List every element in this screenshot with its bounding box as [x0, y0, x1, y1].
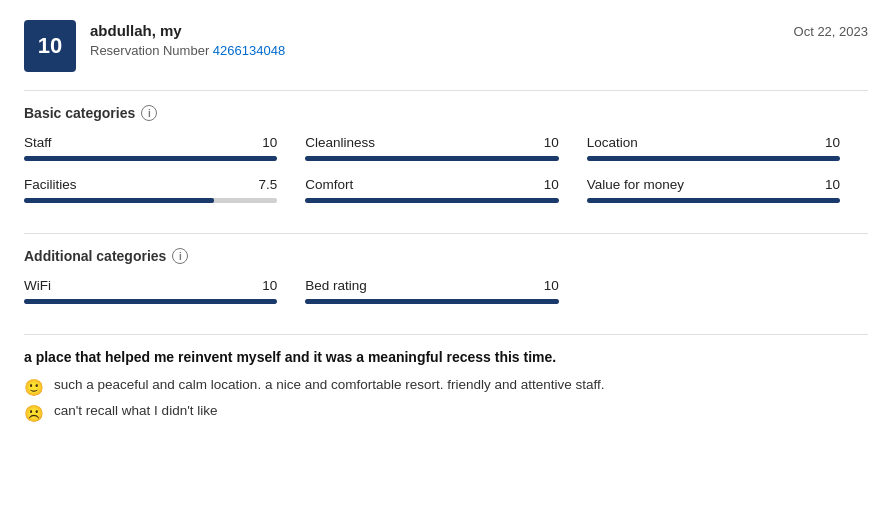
- header-left: 10 abdullah, my Reservation Number 42661…: [24, 20, 285, 72]
- comfort-bar-fill: [305, 198, 558, 203]
- review-headline: a place that helped me reinvent myself a…: [24, 349, 868, 365]
- cleanliness-score: 10: [544, 135, 559, 150]
- category-bed-rating: Bed rating 10: [305, 278, 586, 320]
- comfort-label: Comfort: [305, 177, 353, 192]
- value-label: Value for money: [587, 177, 684, 192]
- category-facilities: Facilities 7.5: [24, 177, 305, 219]
- category-cleanliness: Cleanliness 10: [305, 135, 586, 177]
- basic-section-label: Basic categories: [24, 105, 135, 121]
- category-value: Value for money 10: [587, 177, 868, 219]
- additional-categories-grid: WiFi 10 Bed rating 10: [24, 278, 868, 320]
- comfort-score: 10: [544, 177, 559, 192]
- location-bar-track: [587, 156, 840, 161]
- category-staff: Staff 10: [24, 135, 305, 177]
- additional-section-label: Additional categories: [24, 248, 166, 264]
- positive-comment-row: 🙂 such a peaceful and calm location. a n…: [24, 377, 868, 397]
- bed-rating-score: 10: [544, 278, 559, 293]
- negative-comment-row: ☹️ can't recall what I didn't like: [24, 403, 868, 423]
- reservation-line: Reservation Number 4266134048: [90, 43, 285, 58]
- review-comments: 🙂 such a peaceful and calm location. a n…: [24, 377, 868, 423]
- review-text-section: a place that helped me reinvent myself a…: [24, 349, 868, 423]
- frown-icon: ☹️: [24, 404, 44, 423]
- staff-label: Staff: [24, 135, 52, 150]
- additional-section: Additional categories i WiFi 10 Bed rati…: [24, 248, 868, 320]
- smile-icon: 🙂: [24, 378, 44, 397]
- facilities-bar-fill: [24, 198, 214, 203]
- bed-rating-bar-track: [305, 299, 558, 304]
- basic-categories-grid: Staff 10 Cleanliness 10 Location 10 Faci…: [24, 135, 868, 219]
- category-location: Location 10: [587, 135, 868, 177]
- wifi-bar-track: [24, 299, 277, 304]
- basic-section-title: Basic categories i: [24, 105, 868, 121]
- category-comfort: Comfort 10: [305, 177, 586, 219]
- negative-comment: can't recall what I didn't like: [54, 403, 217, 418]
- cleanliness-bar-track: [305, 156, 558, 161]
- facilities-label: Facilities: [24, 177, 77, 192]
- facilities-score: 7.5: [259, 177, 278, 192]
- review-header: 10 abdullah, my Reservation Number 42661…: [24, 20, 868, 72]
- location-score: 10: [825, 135, 840, 150]
- wifi-bar-fill: [24, 299, 277, 304]
- staff-score: 10: [262, 135, 277, 150]
- staff-bar-track: [24, 156, 277, 161]
- bed-rating-label: Bed rating: [305, 278, 367, 293]
- review-date: Oct 22, 2023: [794, 20, 868, 39]
- reviewer-name: abdullah, my: [90, 22, 285, 39]
- additional-section-title: Additional categories i: [24, 248, 868, 264]
- cleanliness-bar-fill: [305, 156, 558, 161]
- additional-info-icon[interactable]: i: [172, 248, 188, 264]
- location-bar-fill: [587, 156, 840, 161]
- header-divider: [24, 90, 868, 91]
- value-bar-track: [587, 198, 840, 203]
- positive-comment: such a peaceful and calm location. a nic…: [54, 377, 605, 392]
- review-text-divider: [24, 334, 868, 335]
- value-bar-fill: [587, 198, 840, 203]
- cleanliness-label: Cleanliness: [305, 135, 375, 150]
- additional-empty-col: [587, 278, 868, 320]
- facilities-bar-track: [24, 198, 277, 203]
- bed-rating-bar-fill: [305, 299, 558, 304]
- value-score: 10: [825, 177, 840, 192]
- categories-divider: [24, 233, 868, 234]
- score-badge: 10: [24, 20, 76, 72]
- location-label: Location: [587, 135, 638, 150]
- reservation-label: Reservation Number: [90, 43, 209, 58]
- wifi-label: WiFi: [24, 278, 51, 293]
- staff-bar-fill: [24, 156, 277, 161]
- comfort-bar-track: [305, 198, 558, 203]
- basic-info-icon[interactable]: i: [141, 105, 157, 121]
- wifi-score: 10: [262, 278, 277, 293]
- category-wifi: WiFi 10: [24, 278, 305, 320]
- reservation-number[interactable]: 4266134048: [213, 43, 285, 58]
- reviewer-info: abdullah, my Reservation Number 42661340…: [90, 20, 285, 58]
